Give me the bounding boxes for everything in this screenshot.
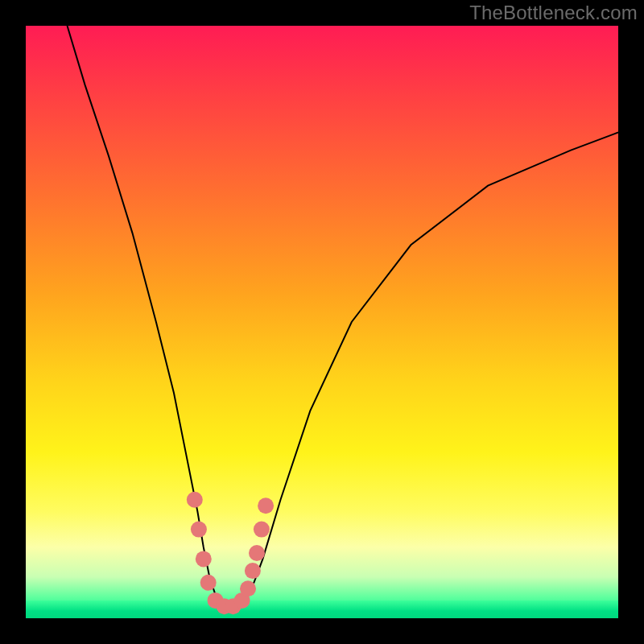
marker-dot bbox=[240, 580, 256, 597]
marker-dot bbox=[245, 563, 261, 579]
marker-dot bbox=[249, 545, 265, 561]
outer-frame: TheBottleneck.com bbox=[0, 0, 644, 644]
marker-dot bbox=[254, 522, 270, 538]
bottleneck-curve-path bbox=[68, 26, 619, 609]
marker-dot bbox=[200, 575, 217, 591]
marker-dot bbox=[187, 492, 203, 508]
marker-dot bbox=[191, 522, 207, 538]
curve-svg bbox=[26, 26, 618, 618]
plot-area bbox=[26, 26, 618, 618]
marker-dot bbox=[258, 497, 274, 514]
marker-dot bbox=[196, 551, 212, 567]
marker-group bbox=[187, 492, 274, 615]
attribution-text: TheBottleneck.com bbox=[469, 2, 638, 24]
